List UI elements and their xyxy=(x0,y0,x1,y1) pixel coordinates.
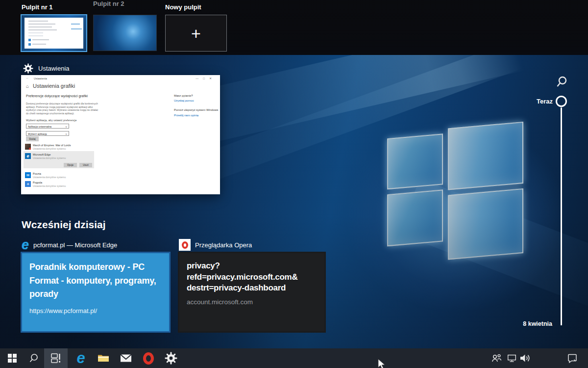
people-button[interactable] xyxy=(489,348,504,368)
opera-icon xyxy=(179,239,191,251)
app-name: Microsoft Edge xyxy=(33,153,51,156)
timeline-now-label: Teraz xyxy=(537,98,553,105)
improve-text: Pomóż ulepszyć system Windows xyxy=(174,108,218,111)
app-subtitle: Ustawienia domyślne systemu xyxy=(33,176,66,179)
chevron-down-icon: ∨ xyxy=(65,132,67,136)
help-question: Masz pytanie? xyxy=(174,94,193,97)
settings-group-label: Ustawienia xyxy=(38,65,70,72)
window-controls: —□✕ xyxy=(196,77,216,80)
task-view-button[interactable] xyxy=(44,348,68,368)
settings-section-title: Preferencje dotyczące wydajności grafiki xyxy=(26,94,88,98)
taskbar-opera-button[interactable] xyxy=(137,348,160,368)
feedback-link: Prześlij nam opinię xyxy=(174,114,198,117)
settings-body-text: Dostosuj preferencje dotyczące wydajnośc… xyxy=(26,102,99,115)
add-button: Dodaj xyxy=(26,136,39,141)
chevron-down-icon: ∨ xyxy=(65,125,67,129)
opera-ring xyxy=(182,241,188,249)
taskbar-settings-button[interactable] xyxy=(160,348,182,368)
desktop-2-thumbnail[interactable] xyxy=(93,15,157,51)
opera-icon xyxy=(143,352,154,365)
windows-logo-icon xyxy=(8,354,17,363)
action-center-icon xyxy=(566,352,578,364)
mail-icon xyxy=(119,352,133,364)
close-icon: ✕ xyxy=(209,77,216,80)
action-center-button[interactable] xyxy=(564,348,581,368)
edge-icon: e xyxy=(25,153,31,159)
minimize-icon: — xyxy=(196,77,203,80)
dropdown-app-type: Aplikacja uniwersalna ∨ xyxy=(26,124,69,129)
settings-page-title: Ustawienia grafiki xyxy=(33,83,75,89)
logo-pane-top-right xyxy=(448,122,523,190)
taskbar-edge-button[interactable]: e xyxy=(70,348,92,368)
plus-icon: + xyxy=(191,25,201,42)
dropdown-app-type-value: Aplikacja uniwersalna xyxy=(28,125,51,128)
back-arrow-icon: ← xyxy=(26,77,29,79)
edge-card-header: e pcformat.pl — Microsoft Edge xyxy=(22,239,117,251)
remove-button: Usuń xyxy=(79,163,92,167)
new-desktop-button[interactable]: + xyxy=(165,15,227,52)
maximize-icon: □ xyxy=(203,77,209,80)
window-title: Ustawienia xyxy=(34,77,47,80)
gear-icon xyxy=(23,63,33,74)
opera-card-app-label: Przeglądarka Opera xyxy=(195,241,252,249)
app-subtitle: Ustawienia domyślne systemu xyxy=(33,184,66,187)
task-view-screen: Pulpit nr 1 Pulpit nr 2 Nowy pulpit + xyxy=(0,0,588,368)
windows-hero-logo xyxy=(387,112,524,260)
desktop-1-label: Pulpit nr 1 xyxy=(22,3,53,11)
weather-icon: ☀ xyxy=(25,181,31,187)
taskbar-search-button[interactable] xyxy=(23,348,45,368)
opera-card-header: Przeglądarka Opera xyxy=(179,239,252,251)
settings-picker-label: Wybierz aplikację, aby ustawić preferenc… xyxy=(26,119,77,122)
app-name: Pogoda xyxy=(33,181,42,184)
search-icon xyxy=(28,352,40,364)
folder-icon xyxy=(97,352,110,364)
timeline-track xyxy=(561,107,562,325)
logo-pane-bottom-left xyxy=(387,189,443,246)
activity-card-privacy[interactable]: privacy? refd=privacy.microsoft.com& des… xyxy=(178,252,326,333)
edge-card-app-label: pcformat.pl — Microsoft Edge xyxy=(33,241,117,249)
desktop-1-mini-window xyxy=(24,18,83,49)
volume-button[interactable] xyxy=(517,348,532,368)
dropdown-choose-app: Wybierz aplikację ∨ xyxy=(26,131,69,136)
app-subtitle: Ustawienia domyślne systemu xyxy=(33,147,66,150)
march-of-empires-icon xyxy=(25,144,31,150)
edge-icon: e xyxy=(22,239,29,251)
card-title: Poradnik komputerowy - PC Format - kompu… xyxy=(29,261,162,301)
timeline-scrubber-handle[interactable] xyxy=(556,96,567,107)
logo-pane-bottom-right xyxy=(448,188,523,260)
mail-app-button[interactable] xyxy=(115,348,137,368)
help-link: Uzyskaj pomoc xyxy=(174,99,194,102)
task-view-icon xyxy=(50,352,62,364)
earlier-today-heading: Wcześniej dzisiaj xyxy=(22,219,106,231)
start-button[interactable] xyxy=(1,348,24,368)
home-icon: ⌂ xyxy=(26,83,29,89)
new-desktop-label: Nowy pulpit xyxy=(165,3,201,11)
volume-icon xyxy=(519,352,531,364)
edge-icon: e xyxy=(76,351,85,366)
timeline-date-marker: 8 kwietnia xyxy=(523,320,552,327)
mouse-cursor xyxy=(377,359,387,368)
dropdown-choose-app-value: Wybierz aplikację xyxy=(28,132,47,135)
app-subtitle: Ustawienia domyślne systemu xyxy=(33,157,66,159)
card-url: https://www.pcformat.pl/ xyxy=(29,307,162,315)
options-button: Opcje xyxy=(64,163,77,167)
activity-card-pcformat[interactable]: Poradnik komputerowy - PC Format - kompu… xyxy=(21,252,171,333)
card-url: account.microsoft.com xyxy=(187,298,317,306)
desktop-1-thumbnail[interactable] xyxy=(21,14,87,52)
card-title: privacy? refd=privacy.microsoft.com& des… xyxy=(187,261,317,294)
app-name: March of Empires: War of Lords xyxy=(33,144,71,147)
settings-group-header: Ustawienia xyxy=(23,63,70,74)
network-icon xyxy=(507,353,517,364)
people-icon xyxy=(490,352,502,364)
file-explorer-button[interactable] xyxy=(92,348,115,368)
app-name: Poczta xyxy=(33,172,41,175)
mail-icon: ✉ xyxy=(25,172,31,178)
taskbar: e xyxy=(0,348,588,368)
desktops-bar: Pulpit nr 1 Pulpit nr 2 Nowy pulpit + xyxy=(0,0,588,55)
settings-window-thumbnail[interactable]: ← Ustawienia —□✕ ⌂ Ustawienia grafiki Pr… xyxy=(21,75,220,194)
gear-icon xyxy=(165,352,177,365)
timeline-search-icon[interactable] xyxy=(555,75,568,89)
logo-pane-top-left xyxy=(387,133,443,189)
